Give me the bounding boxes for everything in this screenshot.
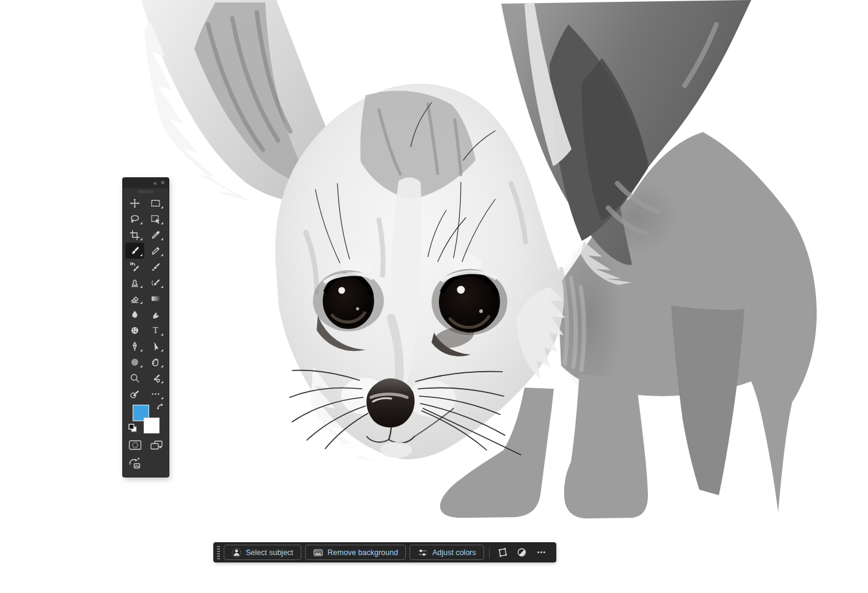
blur-tool[interactable] [125, 306, 144, 322]
taskbar-drag-grip[interactable] [217, 546, 220, 559]
fox-second-front-leg [564, 374, 648, 518]
transform-button[interactable] [495, 545, 510, 560]
clone-stamp-icon [130, 278, 140, 288]
photo-editor-canvas-window: « ✕ [0, 0, 868, 593]
swap-colors-icon[interactable] [156, 402, 165, 411]
move-icon [130, 198, 140, 208]
transform-warp-icon [497, 547, 508, 558]
fox-right-eye [440, 272, 499, 331]
pen-tool[interactable] [125, 338, 144, 354]
marquee-tool[interactable] [146, 195, 165, 211]
object-selection-icon [150, 214, 161, 224]
crop-icon [130, 230, 140, 240]
svg-text:T: T [153, 325, 158, 335]
eraser-icon [130, 293, 140, 304]
contextual-task-bar: Select subject Remove background Adjust … [214, 543, 556, 562]
color-controls [123, 402, 169, 436]
tools-panel-header[interactable]: « ✕ [123, 178, 169, 188]
brush-circle-icon [150, 373, 161, 383]
zoom-magnifier-icon [130, 373, 140, 383]
person-icon [232, 548, 241, 558]
panel-drag-grip[interactable] [123, 188, 169, 194]
pattern-brush-tool[interactable] [125, 386, 144, 402]
path-select-arrow-icon [150, 341, 161, 352]
adjust-colors-label: Adjust colors [432, 548, 476, 557]
ellipsis-icon [150, 389, 161, 399]
lasso-icon [130, 214, 140, 224]
remove-background-button[interactable]: Remove background [305, 545, 406, 560]
ellipse-shape-icon [130, 357, 140, 367]
quick-mask-button[interactable] [128, 440, 142, 451]
more-options-icon [536, 547, 546, 558]
adjustment-layer-button[interactable] [514, 545, 530, 560]
ellipse-shape-tool[interactable] [125, 354, 144, 370]
zoom-tool[interactable] [125, 370, 144, 386]
image-icon [313, 548, 323, 558]
taskbar-separator [489, 547, 490, 558]
blur-drop-icon [130, 309, 140, 320]
object-selection-tool[interactable] [146, 211, 165, 227]
refresh-image-button[interactable] [128, 457, 142, 470]
background-color-swatch[interactable] [144, 418, 160, 433]
gradient-tool[interactable] [146, 290, 165, 306]
pencil-icon [150, 246, 161, 256]
replace-color-brush-icon [130, 262, 140, 272]
pencil-tool[interactable] [146, 243, 165, 259]
path-select-tool[interactable] [146, 338, 165, 354]
pen-icon [130, 341, 140, 352]
eyedropper-tool[interactable] [146, 227, 165, 243]
type-tool[interactable]: T [146, 322, 165, 338]
art-history-brush-icon [150, 278, 161, 288]
lasso-tool[interactable] [125, 211, 144, 227]
eyedropper-icon [150, 230, 161, 240]
adjust-colors-button[interactable]: Adjust colors [410, 545, 484, 560]
brush-tool[interactable] [125, 243, 144, 259]
clone-stamp-tool[interactable] [125, 274, 144, 290]
fox-left-eye [324, 274, 373, 328]
marquee-icon [150, 198, 161, 208]
tools-panel: « ✕ [123, 178, 169, 477]
adjustment-half-circle-icon [517, 547, 527, 558]
crop-tool[interactable] [125, 227, 144, 243]
hand-tool[interactable] [146, 354, 165, 370]
color-replacement-tool[interactable] [146, 370, 165, 386]
screen-mode-button[interactable] [150, 440, 163, 451]
mixer-brush-tool[interactable] [146, 259, 165, 274]
close-panel-icon[interactable]: ✕ [160, 180, 165, 186]
replace-color-brush-tool[interactable] [125, 259, 144, 274]
hand-icon [150, 357, 161, 367]
select-subject-button[interactable]: Select subject [224, 545, 301, 560]
sliders-icon [417, 548, 428, 558]
collapse-panel-icon[interactable]: « [153, 180, 157, 186]
screen-mode-icon [150, 440, 163, 451]
type-icon: T [150, 325, 161, 336]
tools-grid: T [123, 194, 169, 402]
more-tools[interactable] [146, 386, 165, 402]
default-colors-icon[interactable] [128, 424, 137, 432]
pattern-brush-icon [130, 389, 140, 399]
move-tool[interactable] [125, 195, 144, 211]
fox-far-front-leg [671, 306, 745, 495]
refresh-image-icon [128, 457, 142, 470]
taskbar-more-options-button[interactable] [534, 545, 550, 560]
quick-mask-icon [128, 440, 142, 451]
remove-background-label: Remove background [328, 548, 398, 557]
mixer-brush-icon [150, 262, 161, 272]
art-history-brush-tool[interactable] [146, 274, 165, 290]
smudge-finger-icon [150, 309, 161, 320]
eraser-tool[interactable] [125, 290, 144, 306]
gradient-icon [150, 293, 161, 304]
smudge-tool[interactable] [146, 306, 165, 322]
brush-icon [130, 246, 140, 256]
sponge-tool[interactable] [125, 322, 144, 338]
select-subject-label: Select subject [246, 548, 293, 557]
sponge-icon [130, 325, 140, 336]
